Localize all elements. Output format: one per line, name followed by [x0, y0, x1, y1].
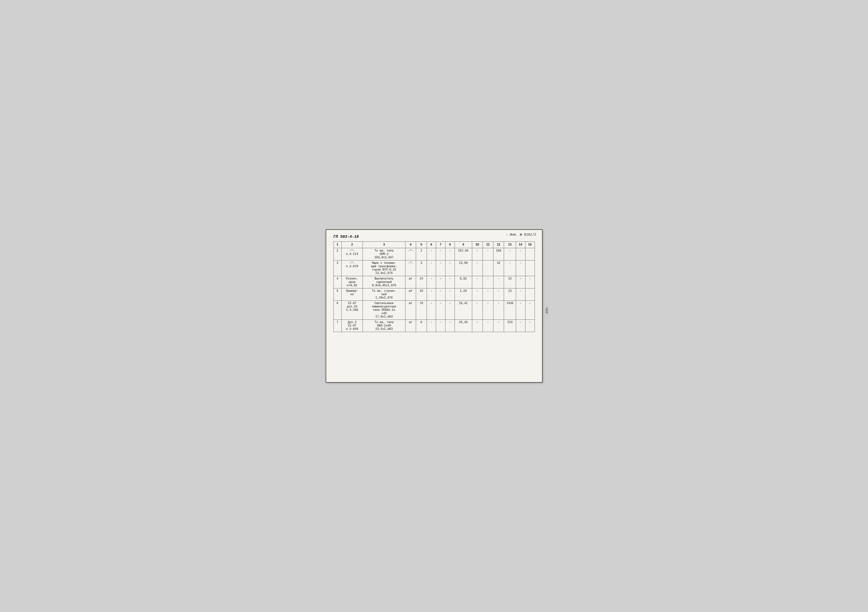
cell-5-13: – — [516, 320, 525, 332]
cell-4-14: – — [525, 301, 535, 320]
cell-4-3: шт — [405, 301, 416, 320]
cell-2-10: – — [482, 276, 493, 288]
col-header-2: 2 — [341, 242, 363, 248]
cell-3-10: – — [482, 288, 493, 301]
document-page: - Инв. № 8161/2 ГП 503-4-18 I 2 3 4 5 6 … — [326, 229, 542, 383]
cell-3-1: Пример- но — [341, 288, 363, 301]
table-row: 6I5-07 доп.23 п.3-206Светильники люминес… — [333, 301, 535, 320]
cell-4-2: Светильники люминесцентные типа ЛП002-2х… — [363, 301, 405, 320]
cell-4-4: 78 — [416, 301, 427, 320]
cell-0-12: – — [504, 248, 516, 260]
cell-2-8: 0,92 — [454, 276, 472, 288]
col-header-12: I2 — [493, 242, 504, 248]
cell-3-6: – — [436, 288, 445, 301]
cell-2-5: – — [427, 276, 436, 288]
cell-4-10: – — [482, 301, 493, 320]
cell-3-13: – — [516, 288, 525, 301]
col-header-6: 6 — [427, 242, 436, 248]
cell-3-0: 5 — [333, 288, 341, 301]
cell-5-1: Доп.2 I5-07 п.3-039 — [341, 320, 363, 332]
cell-4-1: I5-07 доп.23 п.3-206 — [341, 301, 363, 320]
table-row: 2–"– п.4-II4То же, типа ОПМ-3 I03,0хI,04… — [333, 248, 535, 260]
cell-2-13: – — [516, 276, 525, 288]
col-header-9: 9 — [454, 242, 472, 248]
col-header-1: I — [333, 242, 341, 248]
cell-5-0: 7 — [333, 320, 341, 332]
cell-2-1: Рознич. цена к=0,92 — [341, 276, 363, 288]
cell-5-6: – — [436, 320, 445, 332]
cell-0-8: I07,84 — [454, 248, 472, 260]
col-header-11: II — [482, 242, 493, 248]
cell-3-11: – — [493, 288, 504, 301]
doc-title: ГП 503-4-18 — [333, 235, 535, 239]
main-table: I 2 3 4 5 6 7 8 9 IO II I2 I3 I4 I5 2–"–… — [333, 242, 535, 332]
cell-0-13: – — [516, 248, 525, 260]
cell-0-1: –"– п.4-II4 — [341, 248, 363, 260]
table-row: 5Пример- ноТо же, строен- ный I,20хI,076… — [333, 288, 535, 301]
cell-1-7: – — [445, 260, 454, 276]
cell-1-3: –"– — [405, 260, 416, 276]
cell-5-4: 6 — [416, 320, 427, 332]
cell-1-10 — [482, 260, 493, 276]
cell-1-14 — [525, 260, 535, 276]
cell-2-2: Выключатель сдвоенный 0,9х0,95хI,076 — [363, 276, 405, 288]
cell-3-12: I3 — [504, 288, 516, 301]
col-header-5: 5 — [416, 242, 427, 248]
cell-1-9: – — [472, 260, 482, 276]
cell-5-3: шт — [405, 320, 416, 332]
cell-1-12: – — [504, 260, 516, 276]
cell-3-4: IO — [416, 288, 427, 301]
cell-4-12: I436 — [504, 301, 516, 320]
cell-0-10: – — [482, 248, 493, 260]
cell-2-6: – — [436, 276, 445, 288]
cell-5-10: – — [482, 320, 493, 332]
cell-5-9: – — [472, 320, 482, 332]
cell-4-5: – — [427, 301, 436, 320]
cell-4-0: 6 — [333, 301, 341, 320]
cell-4-11: – — [493, 301, 504, 320]
cell-5-11: – — [493, 320, 504, 332]
table-row: 4Рознич. цена к=0,92Выключатель сдвоенны… — [333, 276, 535, 288]
cell-5-14: – — [525, 320, 535, 332]
cell-1-2: Ящик с понижа- щим трансформа- тором ЯТП… — [363, 260, 405, 276]
header-row: I 2 3 4 5 6 7 8 9 IO II I2 I3 I4 I5 — [333, 242, 535, 248]
cell-1-8: I3,99 — [454, 260, 472, 276]
cell-2-0: 4 — [333, 276, 341, 288]
cell-1-1: –"– п.3-670 — [341, 260, 363, 276]
cell-3-9: – — [472, 288, 482, 301]
cell-0-7: – — [445, 248, 454, 260]
col-header-10: IO — [472, 242, 482, 248]
cell-0-0: 2 — [333, 248, 341, 260]
cell-5-8: 25,45 — [454, 320, 472, 332]
cell-1-4: 3 — [416, 260, 427, 276]
col-header-3: 3 — [363, 242, 405, 248]
cell-4-7: – — [445, 301, 454, 320]
cell-3-7: – — [445, 288, 454, 301]
cell-0-9: – — [472, 248, 482, 260]
table-row: 7Доп.2 I5-07 п.3-039То же, типа ОВЛ-2х40… — [333, 320, 535, 332]
cell-1-6: – — [436, 260, 445, 276]
cell-0-5: – — [427, 248, 436, 260]
cell-5-12: I53 — [504, 320, 516, 332]
cell-3-5: – — [427, 288, 436, 301]
cell-4-13: – — [516, 301, 525, 320]
col-header-8: 8 — [445, 242, 454, 248]
cell-3-14 — [525, 288, 535, 301]
cell-2-14: – — [525, 276, 535, 288]
side-note: –165– — [545, 306, 549, 315]
cell-5-5: – — [427, 320, 436, 332]
cell-3-3: шт — [405, 288, 416, 301]
col-header-13: I3 — [504, 242, 516, 248]
col-header-15: I5 — [525, 242, 535, 248]
col-header-7: 7 — [436, 242, 445, 248]
cell-2-12: I3 — [504, 276, 516, 288]
cell-1-11: 42 — [493, 260, 504, 276]
cell-2-9: – — [472, 276, 482, 288]
col-header-4: 4 — [405, 242, 416, 248]
col-header-14: I4 — [516, 242, 525, 248]
cell-2-11: – — [493, 276, 504, 288]
cell-4-9: – — [472, 301, 482, 320]
cell-0-6: – — [436, 248, 445, 260]
cell-0-4: I — [416, 248, 427, 260]
cell-0-11: I08 — [493, 248, 504, 260]
